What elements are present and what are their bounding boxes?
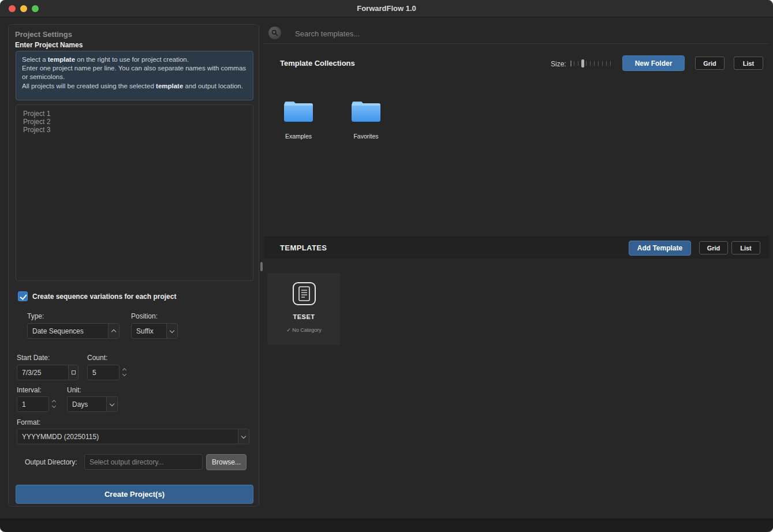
sequence-variations-checkbox[interactable]: [18, 291, 28, 301]
format-dropdown[interactable]: YYYYMMDD (20250115): [17, 429, 249, 444]
size-slider[interactable]: [570, 59, 615, 68]
instructions-box: Select a template on the right to use fo…: [16, 51, 253, 100]
collections-list-button[interactable]: List: [734, 57, 763, 70]
search-divider: [264, 43, 769, 44]
instructions-line-3: All projects will be created using the s…: [22, 82, 247, 91]
templates-list-button[interactable]: List: [731, 241, 760, 254]
template-category: ✓ No Category: [286, 327, 322, 333]
titlebar: ForwardFlow 1.0: [0, 0, 773, 17]
chevron-down-icon[interactable]: [166, 324, 177, 338]
output-directory-input[interactable]: [84, 454, 203, 470]
folders-row: Examples Favorites: [272, 98, 392, 140]
add-template-button[interactable]: Add Template: [629, 241, 691, 256]
unit-dropdown[interactable]: Days: [67, 396, 118, 412]
search-templates-input[interactable]: [292, 24, 753, 43]
type-label: Type:: [27, 312, 44, 320]
type-dropdown[interactable]: Date Sequences: [27, 323, 120, 339]
collections-title: Template Collections: [280, 59, 355, 68]
count-spinner[interactable]: [123, 367, 126, 376]
position-dropdown[interactable]: Suffix: [131, 323, 178, 339]
spin-down-icon[interactable]: [52, 404, 56, 408]
spin-down-icon[interactable]: [122, 372, 126, 376]
chevron-down-icon[interactable]: [106, 397, 117, 411]
templates-grid-button[interactable]: Grid: [699, 241, 728, 254]
folder-icon: [350, 98, 382, 126]
sequence-variations-label[interactable]: Create sequence variations for each proj…: [32, 293, 176, 301]
folder-name: Favorites: [353, 133, 378, 140]
size-label: Size:: [551, 60, 566, 68]
folder-item-examples[interactable]: Examples: [272, 98, 324, 140]
app-window: ForwardFlow 1.0 Project Settings Enter P…: [0, 0, 773, 532]
templates-panel: Template Collections Size: New Folder Gr…: [264, 24, 769, 507]
format-label: Format:: [17, 418, 40, 426]
chevron-down-icon[interactable]: [238, 429, 249, 444]
chevron-up-icon[interactable]: [108, 324, 119, 338]
splitter-grip-icon: [260, 262, 263, 271]
window-title: ForwardFlow 1.0: [0, 0, 773, 17]
date-picker-icon[interactable]: [68, 365, 78, 380]
folder-name: Examples: [285, 133, 312, 140]
instructions-line-2: Enter one project name per line. You can…: [22, 64, 247, 81]
template-icon: [292, 281, 317, 309]
folder-item-favorites[interactable]: Favorites: [340, 98, 392, 140]
new-folder-button[interactable]: New Folder: [622, 55, 685, 71]
panel-title: Project Settings: [15, 30, 72, 39]
templates-title: TEMPLATES: [280, 243, 327, 252]
search-icon: [268, 27, 281, 39]
folder-icon: [282, 98, 315, 126]
browse-button[interactable]: Browse...: [206, 454, 247, 470]
status-bar: [0, 519, 773, 532]
template-item[interactable]: TESET ✓ No Category: [267, 273, 341, 345]
interval-label: Interval:: [17, 386, 42, 394]
panel-splitter[interactable]: [259, 24, 264, 507]
start-date-input[interactable]: 7/3/25: [17, 365, 79, 380]
count-input[interactable]: 5: [87, 365, 120, 380]
count-label: Count:: [87, 354, 107, 362]
position-label: Position:: [131, 312, 158, 320]
unit-label: Unit:: [67, 386, 81, 394]
templates-header-band: TEMPLATES Add Template Grid List: [264, 237, 769, 258]
interval-input[interactable]: 1: [17, 396, 49, 412]
start-date-label: Start Date:: [17, 354, 50, 362]
output-directory-label: Output Directory:: [25, 458, 77, 466]
project-settings-panel: Project Settings Enter Project Names Sel…: [8, 24, 259, 507]
collections-grid-button[interactable]: Grid: [695, 57, 725, 70]
interval-spinner[interactable]: [53, 399, 55, 407]
create-projects-button[interactable]: Create Project(s): [16, 485, 253, 504]
panel-subtitle: Enter Project Names: [15, 41, 83, 49]
template-name: TESET: [293, 313, 315, 320]
project-names-textarea[interactable]: Project 1 Project 2 Project 3: [16, 104, 253, 281]
instructions-line-1: Select a template on the right to use fo…: [22, 55, 247, 64]
slider-handle[interactable]: [581, 59, 584, 68]
